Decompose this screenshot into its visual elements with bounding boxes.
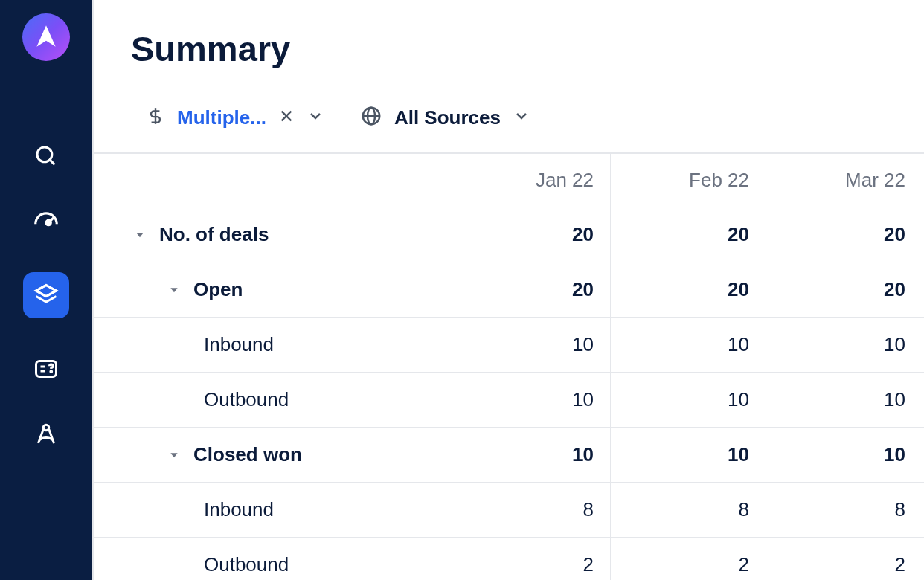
table-row: Outbound101010 [94,373,924,428]
triangle-down-icon [168,284,180,296]
filter-row: Multiple... [131,105,887,130]
row-label-cell: Inbound [94,318,455,372]
chevron-down-icon [513,107,530,125]
table-row: No. of deals202020 [94,207,924,262]
row-label: No. of deals [159,223,269,246]
row-label: Open [193,278,243,301]
filter-pipeline-dropdown[interactable] [307,107,324,128]
nav-help[interactable] [31,354,61,384]
table-row: Closed won101010 [94,428,924,483]
search-icon [33,144,59,169]
row-value: 10 [455,428,611,482]
table-column-header: Feb 22 [611,154,766,207]
nav-search[interactable] [31,141,61,171]
triangle-down-icon [134,229,146,241]
expand-toggle[interactable] [168,449,180,461]
nav-compass[interactable] [31,419,61,449]
expand-toggle[interactable] [168,284,180,296]
table-header-row: Jan 22 Feb 22 Mar 22 [94,154,924,207]
row-value: 20 [455,207,611,262]
logo-arrow-icon [32,23,60,51]
header-area: Summary Multiple... [94,0,924,152]
row-label-cell: Outbound [94,538,455,580]
dollar-icon [146,106,165,129]
row-value: 20 [455,262,611,317]
row-label-cell: Outbound [94,373,455,427]
row-value: 8 [455,483,611,537]
close-icon [278,108,295,124]
svg-point-8 [43,425,49,431]
page-title: Summary [131,28,887,69]
row-value: 10 [611,318,766,372]
app-logo[interactable] [22,13,70,61]
row-label-cell: Inbound [94,483,455,537]
table-row: Outbound222 [94,538,924,580]
globe-icon [360,105,382,130]
nav-dashboard[interactable] [31,207,61,236]
row-label-cell[interactable]: Open [94,262,455,317]
compass-icon [33,421,60,448]
table-column-header: Mar 22 [766,154,922,207]
filter-pipeline-clear[interactable] [278,108,295,127]
svg-rect-4 [36,361,57,377]
row-label: Inbound [204,333,274,356]
row-label: Closed won [193,443,302,466]
triangle-down-icon [168,449,180,461]
row-value: 2 [611,538,766,580]
main-content: Summary Multiple... [92,0,924,580]
svg-point-7 [51,371,52,373]
row-label: Inbound [204,498,274,521]
row-label: Outbound [204,553,289,576]
row-label-cell[interactable]: No. of deals [94,207,455,262]
filter-sources-label: All Sources [394,106,501,129]
filter-sources[interactable]: All Sources [360,105,530,130]
row-value: 8 [611,483,766,537]
svg-line-1 [50,160,54,164]
nav-layers-active[interactable] [23,272,69,318]
svg-point-0 [37,147,52,162]
row-value: 10 [766,318,922,372]
layers-icon [33,282,60,309]
gauge-icon [32,207,60,236]
sidebar [0,0,92,580]
row-value: 8 [766,483,922,537]
table-row: Open202020 [94,262,924,318]
table-header-empty [94,154,455,207]
row-label: Outbound [204,388,289,411]
help-card-icon [33,355,60,382]
row-label-cell[interactable]: Closed won [94,428,455,482]
filter-pipeline-label: Multiple... [177,106,266,129]
table-body: No. of deals202020Open202020Inbound10101… [94,207,924,580]
row-value: 2 [455,538,611,580]
row-value: 10 [766,428,922,482]
row-value: 20 [611,207,766,262]
filter-pipeline[interactable]: Multiple... [146,106,324,129]
row-value: 20 [766,207,922,262]
table-column-header: Jan 22 [455,154,611,207]
expand-toggle[interactable] [134,229,146,241]
row-value: 20 [611,262,766,317]
chevron-down-icon [307,107,324,125]
summary-table: Jan 22 Feb 22 Mar 22 No. of deals202020O… [94,152,924,580]
row-value: 10 [611,428,766,482]
row-value: 2 [766,538,922,580]
row-value: 10 [766,373,922,427]
row-value: 10 [611,373,766,427]
filter-sources-dropdown[interactable] [513,107,530,128]
row-value: 10 [455,318,611,372]
table-row: Inbound101010 [94,318,924,373]
row-value: 10 [455,373,611,427]
table-row: Inbound888 [94,483,924,538]
row-value: 20 [766,262,922,317]
